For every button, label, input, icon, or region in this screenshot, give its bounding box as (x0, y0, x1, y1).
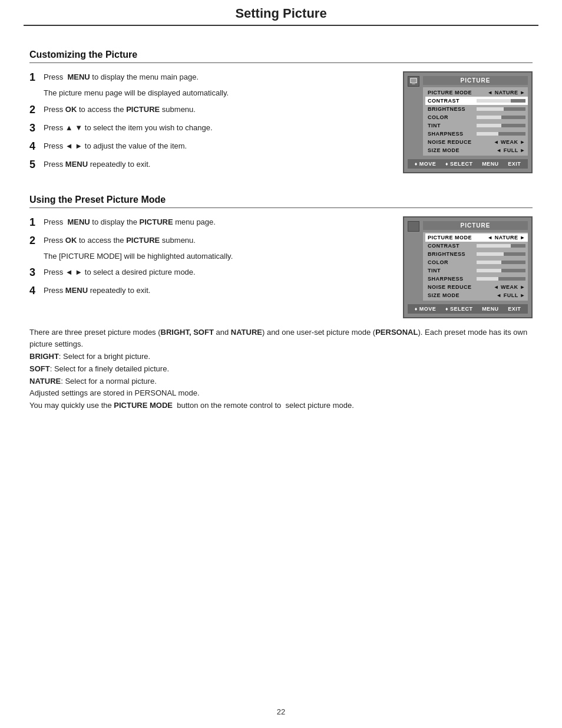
tv-menu-2-row-tint: TINT (425, 266, 528, 275)
tv-menu-row-color: COLOR (425, 113, 528, 121)
tv-menu-1-rows: PICTURE MODE ◄ NATURE ► CONTRAST (423, 87, 528, 156)
tv-menu-2-rows: PICTURE MODE ◄ NATURE ► CONTRAST (423, 232, 528, 301)
section1-heading: Customizing the Picture (29, 50, 533, 63)
tv-menu-2-row-brightness: BRIGHTNESS (425, 250, 528, 258)
tv-menu-2: PICTURE PICTURE MODE ◄ NATURE ► CONTRAST (403, 216, 533, 318)
tv-menu-2-row-sharpness: SHARPNESS (425, 275, 528, 283)
step-2-2-sub: The [PICTURE MODE] will be highlighted a… (44, 251, 391, 262)
step-2-3: 3 Press ◄ ► to select a desired picture … (29, 266, 391, 279)
step-1-2: 2 Press OK to access the PICTURE submenu… (29, 104, 391, 116)
tv-menu-row-sharpness: SHARPNESS (425, 130, 528, 138)
page-title: Setting Picture (24, 0, 538, 26)
svg-rect-1 (412, 83, 415, 85)
section1-steps: 1 Press MENU to display the menu main pa… (29, 71, 391, 177)
step-1-5: 5 Press MENU repeatedly to exit. (29, 159, 391, 171)
tv-icon-2 (408, 221, 419, 232)
svg-rect-0 (411, 78, 417, 83)
tv-icon-1 (408, 76, 419, 87)
tv-menu-2-footer: ♦ MOVE ♦ SELECT MENU EXIT (408, 304, 528, 314)
tv-menu-row-size-mode: SIZE MODE ◄ FULL ► (425, 146, 528, 154)
sharpness-bar (477, 132, 498, 136)
tint-bar (477, 124, 501, 127)
step-2-4: 4 Press MENU repeatedly to exit. (29, 285, 391, 297)
tv-menu-row-noise-reduce: NOISE REDUCE ◄ WEAK ► (425, 138, 528, 146)
step-1-1-sub: The picture menu page will be displayed … (44, 87, 391, 99)
step-2-2: 2 Press OK to access the PICTURE submenu… (29, 235, 391, 247)
tv-menu-2-row-size: SIZE MODE ◄ FULL ► (425, 291, 528, 299)
tv-menu-row-tint: TINT (425, 121, 528, 130)
tv-menu-row-contrast: CONTRAST (425, 97, 528, 105)
tv-menu-2-row-color: COLOR (425, 258, 528, 266)
section2-menu: PICTURE PICTURE MODE ◄ NATURE ► CONTRAST (403, 216, 533, 318)
color-bar (477, 116, 501, 119)
contrast-bar (477, 99, 511, 103)
tv-menu-1: PICTURE PICTURE MODE ◄ NATURE ► CONTRAST (403, 71, 533, 173)
brightness-bar (477, 107, 504, 111)
step-1-4: 4 Press ◄ ► to adjust the value of the i… (29, 140, 391, 153)
tv-menu-1-footer: ♦ MOVE ♦ SELECT MENU EXIT (408, 159, 528, 169)
section2-heading: Using the Preset Picture Mode (29, 195, 533, 208)
step-2-1: 1 Press MENU to display the PICTURE menu… (29, 216, 391, 229)
section2-steps: 1 Press MENU to display the PICTURE menu… (29, 216, 391, 304)
tv-menu-row-brightness: BRIGHTNESS (425, 105, 528, 113)
tv-menu-2-row-noise: NOISE REDUCE ◄ WEAK ► (425, 283, 528, 291)
step-1-1: 1 Press MENU to display the menu main pa… (29, 71, 391, 84)
tv-menu-2-row-picture-mode: PICTURE MODE ◄ NATURE ► (425, 233, 528, 242)
section1: Customizing the Picture 1 Press MENU to … (29, 50, 533, 177)
section1-menu: PICTURE PICTURE MODE ◄ NATURE ► CONTRAST (403, 71, 533, 173)
tv-menu-1-title: PICTURE (423, 76, 528, 85)
tv-menu-2-row-contrast: CONTRAST (425, 242, 528, 250)
tv-menu-2-title: PICTURE (423, 221, 528, 230)
section2-description: There are three preset picture modes (BR… (29, 327, 533, 413)
section2: Using the Preset Picture Mode 1 Press ME… (29, 195, 533, 413)
step-1-3: 3 Press ▲ ▼ to select the item you wish … (29, 122, 391, 134)
page-number: 22 (0, 707, 562, 716)
tv-menu-row-picture-mode: PICTURE MODE ◄ NATURE ► (425, 88, 528, 97)
